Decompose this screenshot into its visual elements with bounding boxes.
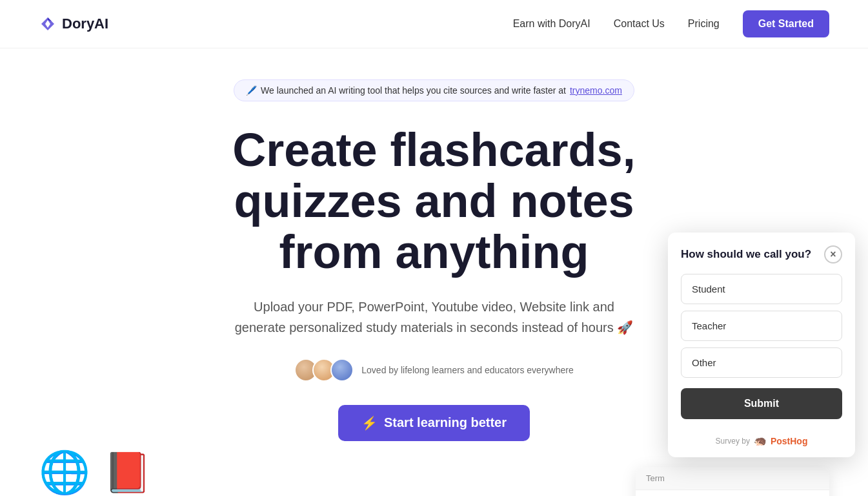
announcement-banner: 🖊️ We launched an AI writing tool that h… [234, 79, 634, 101]
bolt-icon: ⚡ [361, 415, 378, 431]
flashcard-preview: Term [636, 467, 829, 496]
nav-links: Earn with DoryAI Contact Us Pricing Get … [513, 10, 829, 37]
popup-option-teacher[interactable]: Teacher [681, 311, 842, 341]
avatar-group [294, 358, 354, 382]
flashcard-term-label: Term [646, 473, 665, 483]
cta-label: Start learning better [384, 415, 507, 430]
nav-pricing[interactable]: Pricing [688, 18, 720, 30]
nav-earn[interactable]: Earn with DoryAI [513, 18, 590, 30]
social-proof: Loved by lifelong learners and educators… [294, 358, 573, 382]
popup-footer: Survey by 🦔 PostHog [668, 428, 855, 457]
logo-text: DoryAI [62, 16, 108, 32]
footer-survey-text: Survey by [716, 437, 750, 446]
flashcard-header: Term [636, 467, 829, 490]
start-learning-button[interactable]: ⚡ Start learning better [338, 405, 530, 441]
posthog-brand: PostHog [771, 436, 808, 446]
nav-contact[interactable]: Contact Us [614, 18, 665, 30]
logo[interactable]: DoryAI [39, 15, 108, 33]
announcement-link[interactable]: trynemo.com [570, 85, 622, 96]
popup-options: Student Teacher Other [668, 274, 855, 388]
popup-option-student[interactable]: Student [681, 274, 842, 304]
globe-icon: 🌐 [39, 448, 90, 496]
bottom-icons: 🌐 📕 [0, 448, 190, 496]
popup: How should we call you? × Student Teache… [668, 232, 855, 457]
close-icon: × [830, 249, 836, 260]
popup-header: How should we call you? × [668, 232, 855, 274]
flashcard-body [636, 490, 829, 496]
popup-title: How should we call you? [681, 248, 811, 261]
navbar: DoryAI Earn with DoryAI Contact Us Prici… [0, 0, 868, 48]
get-started-button[interactable]: Get Started [743, 10, 829, 37]
doryai-logo-icon [39, 15, 57, 33]
hero-title: Create flashcards, quizzes and notes fro… [183, 125, 686, 278]
popup-submit-button[interactable]: Submit [681, 388, 842, 419]
announcement-emoji: 🖊️ [246, 85, 257, 96]
pdf-icon: 📕 [103, 450, 152, 495]
avatar [330, 358, 354, 382]
popup-option-other[interactable]: Other [681, 347, 842, 378]
posthog-icon: 🦔 [754, 435, 767, 447]
popup-close-button[interactable]: × [824, 245, 842, 264]
social-proof-text: Loved by lifelong learners and educators… [361, 365, 573, 375]
hero-subtitle: Upload your PDF, PowerPoint, Youtube vid… [228, 296, 641, 338]
announcement-text: We launched an AI writing tool that help… [261, 85, 566, 96]
